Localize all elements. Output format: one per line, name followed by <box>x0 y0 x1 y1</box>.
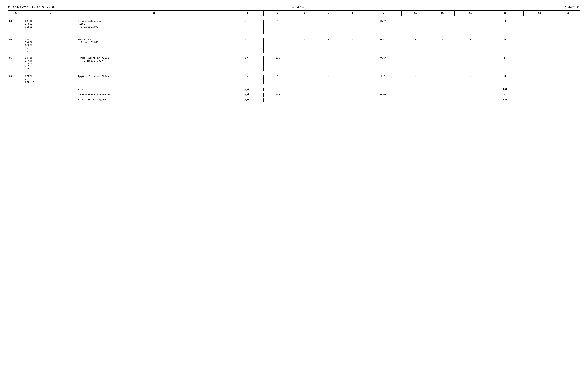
sum2-c5: 762 <box>264 93 292 97</box>
row-68-c6: - <box>292 20 316 34</box>
row-66-c10: - <box>401 75 430 84</box>
row-65-id: 65 <box>8 56 24 71</box>
header: Г 908-I-200, Ан.IВ.5, кв.8 — 247 — 19463… <box>8 6 580 9</box>
sum1-c9 <box>365 88 401 92</box>
row-65-c9: 0,I4 <box>365 56 401 71</box>
sum1-c14 <box>523 88 556 92</box>
sum1-c8 <box>341 88 365 92</box>
row-66-c11: - <box>430 75 454 84</box>
sum3-c15 <box>556 98 580 102</box>
row-66-c13: 5 <box>487 75 523 84</box>
header-center: — 247 — <box>54 6 542 9</box>
col-header-8: 8 <box>341 10 365 16</box>
spacer-row-1 <box>8 16 580 20</box>
header-left: Г 908-I-200, Ан.IВ.5, кв.8 <box>8 6 54 9</box>
row-64-c12: - <box>454 38 487 52</box>
sum1-c5 <box>264 88 292 92</box>
row-64-qty: I5 <box>264 38 292 52</box>
col-header-6: 6 <box>292 10 316 16</box>
row-68-unit: шт. <box>231 20 264 34</box>
col-header-10: 10 <box>401 10 430 16</box>
row-68-desc: Стойка кабельнаяКII50 0,22 х I,072 <box>77 20 231 34</box>
row-64-c8: - <box>341 38 365 52</box>
table-row-68: 68 24-05I-86IССРСЦч.7т.7 Стойка кабельна… <box>8 20 580 34</box>
sum2-c9: 0,08 <box>365 93 401 97</box>
sum3-c14 <box>523 98 556 102</box>
table-row-64: 64 24-05I-868ССРСЦч.7т.7 То же, КII52 0,… <box>8 38 580 52</box>
col-header-9: 9 <box>365 10 401 16</box>
sum2-c6: - <box>292 93 316 97</box>
sum3-c7 <box>316 98 341 102</box>
row-68-c14 <box>523 20 556 34</box>
header-checkbox: Г <box>8 6 11 9</box>
row-66-c6: - <box>292 75 316 84</box>
row-64-c13: 6 <box>487 38 523 52</box>
row-68-c9: 0,24 <box>365 20 401 34</box>
sum2-c2 <box>24 93 77 97</box>
spacer-row-3 <box>8 52 580 56</box>
header-right: 19463– 29 <box>542 6 580 9</box>
row-68-c13: 6 <box>487 20 523 34</box>
row-66-unit: м <box>231 75 264 84</box>
sum3-c13: 828 <box>487 98 523 102</box>
row-65-c8: - <box>341 56 365 71</box>
sum1-c7 <box>316 88 341 92</box>
sum2-c14 <box>523 93 556 97</box>
row-68-c10: - <box>401 20 430 34</box>
sum1-label: Итого: <box>77 88 231 92</box>
col-header-2: 2 <box>24 10 77 16</box>
row-64-c7: - <box>316 38 341 52</box>
sum3-label: Итого по II разделу <box>77 98 231 102</box>
row-64-c6: - <box>292 38 316 52</box>
sum1-c11 <box>430 88 454 92</box>
row-66-c7: - <box>316 75 341 84</box>
spacer-row-5 <box>8 84 580 88</box>
sum2-c13: 6I <box>487 93 523 97</box>
table-row-66: 66 ССРСЦч.Iотр.77 Труба а/ц диам. I00мм … <box>8 75 580 84</box>
row-68-c15 <box>556 20 580 34</box>
sum3-c5 <box>264 98 292 102</box>
row-65-unit: шт. <box>231 56 264 71</box>
column-header-row: 1 2 3 4 5 6 7 8 9 10 11 12 13 14 15 <box>8 10 580 16</box>
row-66-desc: Труба а/ц диам. I00мм <box>77 75 231 84</box>
sum2-c7: - <box>316 93 341 97</box>
row-66-c8: - <box>341 75 365 84</box>
row-64-desc: То же, КII52 0,40 х I,072= <box>77 38 231 52</box>
row-65-desc: Полка кабельная КII6I 0,IВ х I,072= <box>77 56 231 71</box>
row-66-c12: - <box>454 75 487 84</box>
row-68-c7: - <box>316 20 341 34</box>
row-64-unit: шт. <box>231 38 264 52</box>
sum1-unit: руб. <box>231 88 264 92</box>
col-header-12: 12 <box>454 10 487 16</box>
row-64-c14 <box>523 38 556 52</box>
sum1-c1 <box>8 88 24 92</box>
col-header-11: 11 <box>430 10 454 16</box>
sum3-c2 <box>24 98 77 102</box>
row-66-c9: 0,9 <box>365 75 401 84</box>
sum1-c15 <box>556 88 580 92</box>
row-64-c9: 0,48 <box>365 38 401 52</box>
sum3-c8 <box>341 98 365 102</box>
sum2-label: Плановые накопления 8% <box>77 93 231 97</box>
sum2-c11: - <box>430 93 454 97</box>
col-header-5: 5 <box>264 10 292 16</box>
summary-row-1: Итого: руб. 762 <box>8 88 580 92</box>
row-68-c8: - <box>341 20 365 34</box>
table-row-65: 65 24-25I-696ССРСЦч.7т.7 Полка кабельная… <box>8 56 580 71</box>
sum1-c10 <box>401 88 430 92</box>
col-header-3: 3 <box>77 10 231 16</box>
row-65-ref: 24-25I-696ССРСЦч.7т.7 <box>24 56 77 71</box>
sum1-c12 <box>454 88 487 92</box>
sum3-c1 <box>8 98 24 102</box>
header-title: 908-I-200, Ан.IВ.5, кв.8 <box>13 6 54 9</box>
row-66-qty: 6 <box>264 75 292 84</box>
sum3-c11 <box>430 98 454 102</box>
sum2-unit: руб. <box>231 93 264 97</box>
sum3-c6 <box>292 98 316 102</box>
row-64-c15 <box>556 38 580 52</box>
summary-row-3: Итого по II разделу руб. 828 <box>8 98 580 102</box>
row-65-qty: I00 <box>264 56 292 71</box>
row-64-id: 64 <box>8 38 24 52</box>
sum1-c2 <box>24 88 77 92</box>
col-header-7: 7 <box>316 10 341 16</box>
